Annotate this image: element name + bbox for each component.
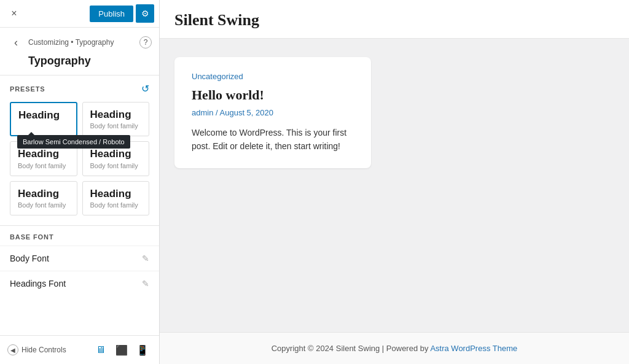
preview-footer: Copyright © 2024 Silent Swing | Powered … [160, 332, 629, 364]
post-excerpt: Welcome to WordPress. This is your first… [192, 126, 354, 153]
preset-sub-3: Body font family [18, 162, 69, 169]
preset-sub-2: Body font family [90, 122, 142, 130]
tablet-icon: ⬛ [115, 344, 128, 356]
gear-icon: ⚙ [141, 9, 149, 18]
breadcrumb-text: Customizing • Typography [28, 38, 136, 47]
post-card: Uncategorized Hello world! admin / Augus… [174, 57, 371, 168]
preset-heading-6: Heading [90, 188, 142, 200]
breadcrumb: ‹ Customizing • Typography ? [0, 28, 159, 53]
footer-text: Copyright © 2024 Silent Swing | Powered … [272, 344, 431, 353]
mobile-view-button[interactable]: 📱 [133, 341, 152, 359]
preset-card-6[interactable]: Heading Body font family [82, 181, 150, 215]
help-button[interactable]: ? [139, 36, 152, 48]
hide-controls-button[interactable]: ◀ Hide Controls [7, 344, 66, 355]
base-font-section: BASE FONT Body Font ✎ Headings Font ✎ [0, 225, 159, 296]
desktop-view-button[interactable]: 🖥 [92, 341, 110, 359]
preset-heading-2: Heading [90, 109, 142, 121]
preset-card-2[interactable]: Heading Body font family [82, 102, 150, 136]
preview-panel: Silent Swing Uncategorized Hello world! … [160, 0, 629, 364]
post-category[interactable]: Uncategorized [192, 72, 354, 81]
body-font-edit-icon[interactable]: ✎ [142, 254, 149, 263]
headings-font-label: Headings Font [10, 279, 142, 288]
footer-link[interactable]: Astra WordPress Theme [430, 344, 517, 353]
hide-controls-icon: ◀ [7, 344, 18, 355]
reset-icon[interactable]: ↺ [141, 83, 149, 95]
site-title: Silent Swing [174, 11, 614, 29]
panel-title: Typography [0, 53, 159, 75]
preset-sub-6: Body font family [90, 201, 142, 209]
preset-sub-4: Body font family [90, 162, 142, 169]
preset-grid: Heading Barlow Semi Condensed / Roboto H… [0, 99, 159, 225]
preset-tooltip: Barlow Semi Condensed / Roboto [17, 135, 130, 149]
settings-button[interactable]: ⚙ [136, 4, 154, 23]
customizer-panel: × Publish ⚙ ‹ Customizing • Typography ?… [0, 0, 160, 364]
preset-heading-4: Heading [90, 148, 142, 160]
presets-section-header: Presets ↺ [0, 75, 159, 99]
site-header: Silent Swing [160, 0, 629, 39]
preset-heading-3: Heading [18, 148, 69, 160]
desktop-icon: 🖥 [96, 344, 106, 355]
preview-content: Uncategorized Hello world! admin / Augus… [160, 39, 629, 332]
body-font-row[interactable]: Body Font ✎ [0, 246, 159, 271]
headings-font-row[interactable]: Headings Font ✎ [0, 271, 159, 296]
preset-sub-5: Body font family [18, 201, 69, 209]
presets-label: Presets [10, 85, 141, 93]
body-font-label: Body Font [10, 254, 142, 263]
back-button[interactable]: ‹ [7, 34, 25, 51]
mobile-icon: 📱 [136, 344, 149, 356]
preset-card-5[interactable]: Heading Body font family [10, 181, 77, 215]
hide-controls-label: Hide Controls [21, 346, 66, 354]
top-bar: × Publish ⚙ [0, 0, 159, 28]
headings-font-edit-icon[interactable]: ✎ [142, 279, 149, 288]
close-button[interactable]: × [5, 4, 23, 23]
preset-card-1[interactable]: Heading Barlow Semi Condensed / Roboto [10, 102, 77, 136]
base-font-label: BASE FONT [0, 233, 159, 246]
publish-button[interactable]: Publish [90, 6, 133, 22]
preset-heading-5: Heading [18, 188, 69, 200]
tablet-view-button[interactable]: ⬛ [112, 341, 131, 359]
post-title: Hello world! [192, 87, 354, 103]
post-meta: admin / August 5, 2020 [192, 108, 354, 117]
preset-heading-1: Heading [18, 109, 69, 122]
bottom-bar: ◀ Hide Controls 🖥 ⬛ 📱 [0, 335, 159, 364]
